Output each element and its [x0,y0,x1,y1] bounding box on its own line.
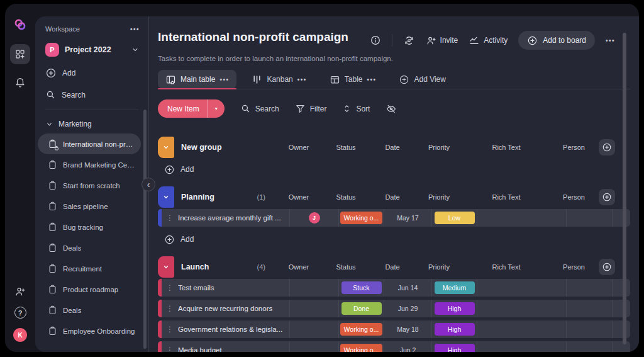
column-header-date[interactable]: Date [369,144,416,151]
rail-notifications-button[interactable] [10,72,30,92]
person-cell[interactable] [566,341,612,352]
owner-cell[interactable] [289,279,338,297]
row-name[interactable]: Increase average monthly gift ... [178,214,286,222]
column-header-rich-text[interactable]: Rich Text [462,263,551,271]
sidebar-folder-marketing[interactable]: Marketing [45,120,148,128]
column-header-person[interactable]: Person [551,193,597,201]
rich-text-cell[interactable] [477,320,566,338]
board-menu-icon[interactable]: ••• [606,37,615,44]
status-badge[interactable]: Done [341,302,382,315]
invite-button[interactable]: Invite [426,35,458,46]
add-column-button[interactable] [599,259,615,275]
priority-cell[interactable]: Low [431,209,477,227]
sidebar-board-item[interactable]: Deals [38,237,141,258]
board-info-button[interactable] [370,35,381,46]
column-header-priority[interactable]: Priority [416,263,462,271]
status-cell[interactable]: Done [338,300,384,317]
column-header-status[interactable]: Status [323,144,369,151]
status-badge[interactable]: Stuck [341,281,382,294]
sidebar-board-item[interactable]: Brand Marketing Center [38,154,141,175]
workspace-menu-icon[interactable]: ••• [130,26,140,33]
person-cell[interactable] [566,300,612,317]
rich-text-cell[interactable] [477,341,566,352]
column-header-owner[interactable]: Owner [274,144,323,151]
priority-cell[interactable]: High [431,300,477,317]
table-row[interactable]: ⋮ Test emails Stuck Jun 14 Medium [158,279,630,297]
invite-user-icon[interactable] [14,286,26,297]
column-header-owner[interactable]: Owner [274,193,323,201]
sidebar-board-item[interactable]: Bug tracking [38,217,141,237]
column-header-date[interactable]: Date [369,263,416,271]
row-menu-icon[interactable]: ⋮ [165,325,175,334]
rail-workspaces-button[interactable] [10,44,30,64]
main-scrollbar[interactable] [623,33,626,344]
column-header-status[interactable]: Status [323,263,369,271]
tab-kanban[interactable]: Kanban ••• [244,70,314,89]
group-collapse-button[interactable] [158,186,174,208]
date-cell[interactable]: Jun 14 [384,279,431,297]
rich-text-cell[interactable] [477,209,566,227]
group-collapse-button[interactable] [158,256,174,278]
add-item-button[interactable]: Add [158,160,630,179]
row-menu-icon[interactable]: ⋮ [165,346,175,352]
priority-badge[interactable]: High [435,323,475,336]
user-avatar[interactable]: K [13,328,27,342]
collapse-sidebar-button[interactable]: ‹ [142,178,155,191]
priority-badge[interactable]: High [435,302,475,315]
search-button[interactable]: Search [240,103,279,114]
column-header-rich-text[interactable]: Rich Text [462,193,551,201]
group-title[interactable]: New group [181,143,222,152]
tab-add-view[interactable]: Add View [391,70,453,89]
sidebar-board-item[interactable]: Start from scratch [38,175,141,196]
group-collapse-button[interactable] [158,137,174,158]
sidebar-board-item[interactable]: Deals [38,300,141,320]
priority-cell[interactable]: High [431,320,477,338]
column-header-rich-text[interactable]: Rich Text [462,144,551,151]
column-header-date[interactable]: Date [369,193,416,201]
priority-badge[interactable]: Low [435,212,475,224]
group-title[interactable]: Planning [181,193,214,201]
priority-cell[interactable]: High [431,341,477,352]
tab-menu-icon[interactable]: ••• [219,76,229,83]
tab-menu-icon[interactable]: ••• [297,76,307,83]
row-name[interactable]: Acquire new recurring donors [178,305,277,312]
column-header-person[interactable]: Person [551,144,597,151]
column-header-owner[interactable]: Owner [274,263,323,271]
sidebar-board-item[interactable]: Employee Onboarding [38,320,141,341]
sync-button[interactable] [403,35,415,47]
new-item-dropdown[interactable]: ▾ [208,99,225,118]
sidebar-board-item[interactable]: Product roadmap [38,279,141,300]
add-column-button[interactable] [599,189,615,205]
status-cell[interactable]: Working o... [338,209,384,227]
rich-text-cell[interactable] [477,300,566,317]
project-selector[interactable]: P Project 2022 [45,43,148,57]
group-title[interactable]: Launch [181,263,209,271]
sidebar-board-item[interactable]: Sales pipeline [38,196,141,217]
sidebar-search-button[interactable]: Search [45,89,148,100]
person-cell[interactable] [566,209,612,227]
row-name[interactable]: Media budget [178,346,227,352]
activity-button[interactable]: Activity [469,35,508,46]
table-row[interactable]: ⋮ Increase average monthly gift ... J Wo… [158,209,630,227]
rich-text-cell[interactable] [477,279,566,297]
date-cell[interactable]: Jun 2 [384,341,431,352]
priority-badge[interactable]: Medium [435,281,475,294]
sidebar-board-item[interactable]: International non-profit... [38,133,141,154]
date-cell[interactable]: May 17 [384,209,431,227]
status-cell[interactable]: Working o... [338,320,384,338]
row-menu-icon[interactable]: ⋮ [165,283,175,292]
table-row[interactable]: ⋮ Government relations & legisla... Work… [158,320,630,338]
row-name[interactable]: Government relations & legisla... [178,326,287,333]
sort-button[interactable]: Sort [342,104,370,113]
hidden-columns-button[interactable] [386,103,397,115]
owner-avatar[interactable]: J [309,212,320,224]
date-cell[interactable]: May 18 [384,320,431,338]
priority-cell[interactable]: Medium [431,279,477,297]
help-icon[interactable]: ? [14,307,26,319]
sidebar-board-item[interactable]: Recruitment [38,258,141,279]
priority-badge[interactable]: High [435,344,475,352]
column-header-person[interactable]: Person [551,263,597,271]
tab-table[interactable]: Table ••• [322,70,384,89]
add-item-button[interactable]: Add [158,230,630,249]
tab-main-table[interactable]: Main table ••• [158,70,236,89]
